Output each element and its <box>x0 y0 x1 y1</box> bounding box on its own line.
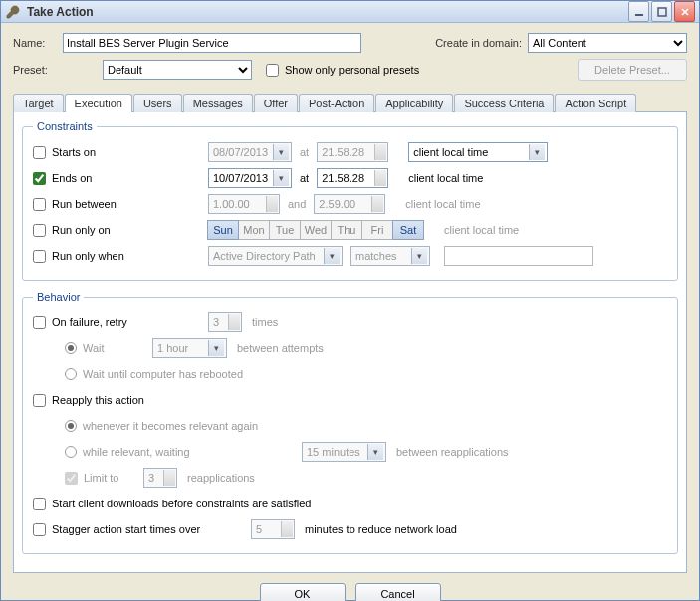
ends-on-checkbox[interactable] <box>33 172 46 185</box>
starts-on-checkbox[interactable] <box>33 146 46 159</box>
svg-rect-0 <box>635 14 643 16</box>
tab-success-criteria[interactable]: Success Criteria <box>454 94 554 112</box>
run-only-when-label: Run only when <box>52 250 124 262</box>
start-downloads-label: Start client downloads before constraint… <box>52 498 311 509</box>
limit-to-label: Limit to <box>84 472 143 484</box>
take-action-window: Take Action Name: Create in domain: All … <box>0 0 700 601</box>
run-between-tz: client local time <box>405 198 480 210</box>
retry-count: 3 <box>208 312 242 332</box>
on-failure-label: On failure, retry <box>52 316 127 328</box>
wait-reboot-radio <box>65 368 77 380</box>
times-label: times <box>252 316 278 328</box>
ends-at-label: at <box>300 172 309 184</box>
day-wed[interactable]: Wed <box>300 220 332 240</box>
starts-on-label: Starts on <box>52 146 96 158</box>
stagger-label: Stagger action start times over <box>52 523 251 535</box>
reapplications-label: reapplications <box>187 472 255 484</box>
starts-tz-select[interactable]: client local time <box>408 142 548 162</box>
svg-rect-1 <box>658 8 666 16</box>
tab-action-script[interactable]: Action Script <box>555 94 636 112</box>
between-reapp-label: between reapplications <box>396 446 509 458</box>
dialog-buttons: OK Cancel <box>13 573 687 601</box>
on-failure-checkbox[interactable] <box>33 316 46 329</box>
ends-tz-label: client local time <box>408 172 483 184</box>
run-when-op: matches <box>350 246 430 266</box>
tab-post-action[interactable]: Post-Action <box>299 94 374 112</box>
starts-at-label: at <box>300 146 309 158</box>
between-attempts-label: between attempts <box>237 342 324 354</box>
while-relevant-label: while relevant, waiting <box>83 446 212 458</box>
show-personal-checkbox[interactable] <box>266 64 279 77</box>
wait-label: Wait <box>83 342 152 354</box>
day-mon[interactable]: Mon <box>238 220 270 240</box>
while-relevant-radio <box>65 446 77 458</box>
tab-offer[interactable]: Offer <box>254 94 298 112</box>
constraints-legend: Constraints <box>33 120 97 132</box>
wait-reboot-label: Wait until computer has rebooted <box>83 368 243 380</box>
run-between-checkbox[interactable] <box>33 198 46 211</box>
wait-duration: 1 hour <box>152 338 227 358</box>
reapply-label: Reapply this action <box>52 394 144 406</box>
start-downloads-checkbox[interactable] <box>33 498 46 510</box>
day-sun[interactable]: Sun <box>207 220 239 240</box>
wrench-icon <box>5 4 21 20</box>
ok-button[interactable]: OK <box>260 583 346 601</box>
days-tz-label: client local time <box>444 224 519 236</box>
ends-date-picker[interactable]: 10/07/2013 <box>208 168 292 188</box>
name-label: Name: <box>13 37 63 49</box>
behavior-group: Behavior On failure, retry 3 times Wait … <box>22 291 678 554</box>
starts-time-input: 21.58.28 <box>317 142 388 162</box>
while-duration: 15 minutes <box>302 442 386 462</box>
whenever-radio <box>65 420 77 432</box>
window-title: Take Action <box>27 5 628 19</box>
whenever-label: whenever it becomes relevant again <box>83 420 258 432</box>
run-between-label: Run between <box>52 198 117 210</box>
run-only-on-label: Run only on <box>52 224 111 236</box>
preset-select[interactable]: Default <box>103 60 252 80</box>
stagger-minutes: 5 <box>251 519 295 539</box>
run-when-value <box>444 246 593 266</box>
show-personal-row[interactable]: Show only personal presets <box>266 64 419 77</box>
maximize-button[interactable] <box>651 1 672 22</box>
preset-label: Preset: <box>13 64 103 76</box>
tab-execution[interactable]: Execution <box>65 94 132 112</box>
titlebar: Take Action <box>1 1 699 23</box>
run-when-source: Active Directory Path <box>208 246 343 266</box>
ends-on-label: Ends on <box>52 172 92 184</box>
day-buttons: Sun Mon Tue Wed Thu Fri Sat <box>208 220 424 240</box>
behavior-legend: Behavior <box>33 291 84 302</box>
day-thu[interactable]: Thu <box>331 220 362 240</box>
tab-users[interactable]: Users <box>133 94 182 112</box>
execution-panel: Constraints Starts on 08/07/2013 at 21.5… <box>13 111 687 573</box>
domain-select[interactable]: All Content <box>528 33 687 53</box>
starts-date-picker: 08/07/2013 <box>208 142 292 162</box>
name-input[interactable] <box>63 33 361 53</box>
tab-target[interactable]: Target <box>13 94 64 112</box>
run-between-from: 1.00.00 <box>208 194 280 214</box>
run-between-to: 2.59.00 <box>314 194 385 214</box>
run-only-on-checkbox[interactable] <box>33 224 46 237</box>
reapply-checkbox[interactable] <box>33 394 46 407</box>
tabstrip: Target Execution Users Messages Offer Po… <box>13 93 687 111</box>
wait-radio <box>65 342 77 354</box>
day-tue[interactable]: Tue <box>269 220 301 240</box>
ends-time-input[interactable]: 21.58.28 <box>317 168 388 188</box>
domain-label: Create in domain: <box>435 37 522 49</box>
day-sat[interactable]: Sat <box>392 220 424 240</box>
day-fri[interactable]: Fri <box>361 220 393 240</box>
limit-to-checkbox <box>65 472 78 485</box>
stagger-tail-label: minutes to reduce network load <box>305 523 457 535</box>
delete-preset-button: Delete Preset... <box>578 59 687 81</box>
cancel-button[interactable]: Cancel <box>355 583 441 601</box>
minimize-button[interactable] <box>628 1 649 22</box>
tab-messages[interactable]: Messages <box>183 94 253 112</box>
constraints-group: Constraints Starts on 08/07/2013 at 21.5… <box>22 120 678 281</box>
stagger-checkbox[interactable] <box>33 523 46 536</box>
close-button[interactable] <box>674 1 695 22</box>
show-personal-label: Show only personal presets <box>285 64 419 76</box>
run-between-and: and <box>288 198 306 210</box>
run-only-when-checkbox[interactable] <box>33 250 46 263</box>
tab-applicability[interactable]: Applicability <box>375 94 453 112</box>
limit-count: 3 <box>143 468 177 488</box>
